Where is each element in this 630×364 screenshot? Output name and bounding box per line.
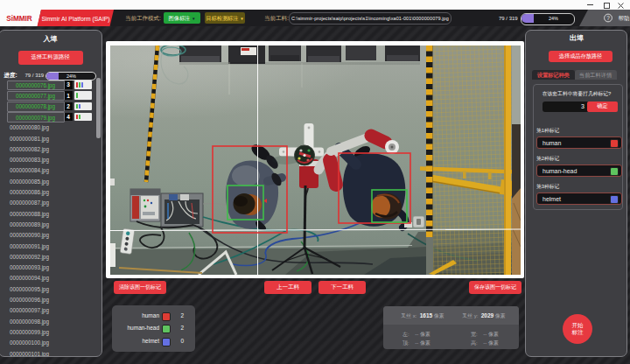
svg-text:?: ? bbox=[606, 15, 610, 21]
svg-text:SiMMIR: SiMMIR bbox=[6, 15, 32, 23]
svg-text:Simmir AI Platform (SAIP): Simmir AI Platform (SAIP) bbox=[41, 16, 109, 23]
svg-text:帮助: 帮助 bbox=[619, 15, 630, 22]
